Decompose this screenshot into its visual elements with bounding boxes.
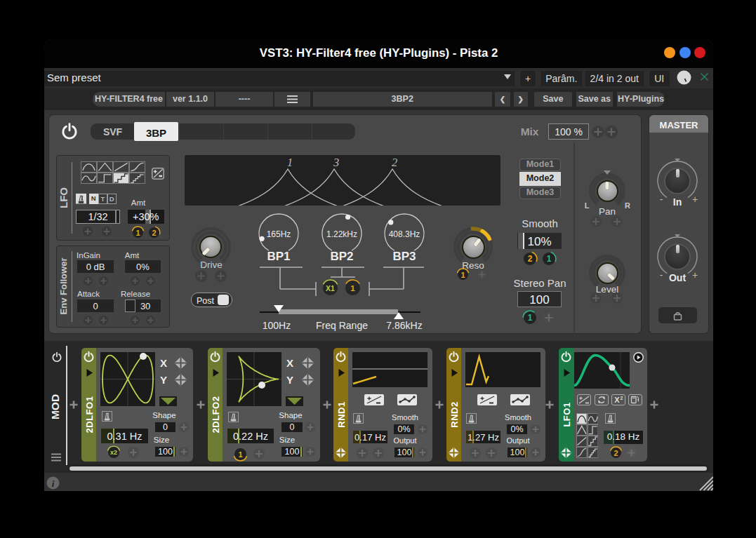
svg-text:3: 3	[333, 156, 339, 169]
svg-text:1: 1	[135, 228, 140, 236]
svg-text:2: 2	[614, 449, 618, 457]
svg-text:X1: X1	[326, 284, 335, 292]
svg-text:2: 2	[620, 396, 623, 401]
svg-text:1: 1	[547, 254, 552, 264]
svg-text:X: X	[614, 396, 620, 404]
svg-text:i: i	[51, 478, 54, 488]
svg-text:2: 2	[152, 228, 156, 236]
svg-text:2: 2	[528, 254, 533, 264]
svg-text:1: 1	[238, 450, 242, 458]
svg-text:1: 1	[287, 156, 293, 169]
svg-text:2: 2	[392, 156, 397, 169]
svg-text:1: 1	[460, 271, 465, 279]
svg-text:x2: x2	[110, 449, 117, 456]
svg-text:1: 1	[528, 313, 533, 323]
svg-text:1: 1	[350, 284, 355, 292]
